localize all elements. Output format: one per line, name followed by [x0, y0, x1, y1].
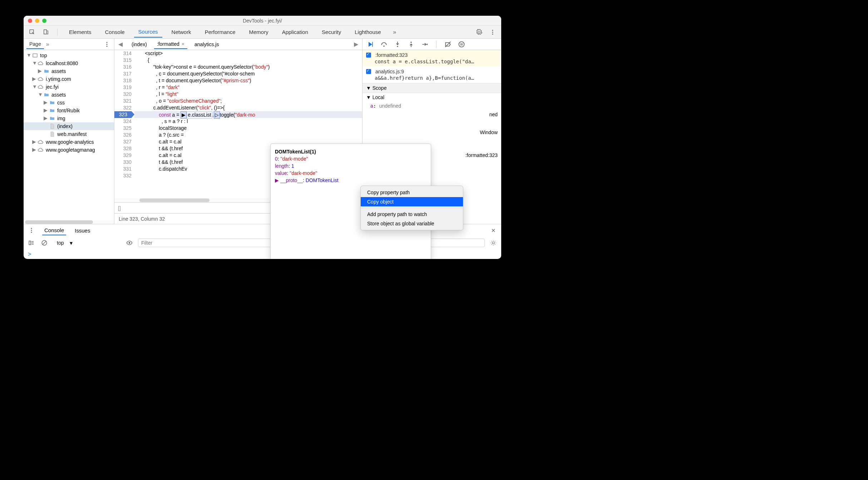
file-tab-analytics[interactable]: analytics.js: [192, 40, 222, 49]
line-gutter[interactable]: 3143153163173183193203213223233243253263…: [114, 50, 134, 198]
drawer-kebab-icon[interactable]: [27, 226, 36, 235]
tree-twisty[interactable]: ▶: [32, 147, 36, 152]
tree-twisty[interactable]: ▼: [32, 60, 36, 66]
tree-twisty[interactable]: ▶: [32, 139, 36, 145]
tab-console[interactable]: Console: [101, 27, 129, 37]
local-header[interactable]: ▼ Local: [363, 93, 501, 102]
settings-icon[interactable]: [475, 28, 483, 36]
maximize-window-button[interactable]: [42, 19, 46, 23]
breakpoint-label: analytics.js:9: [375, 69, 404, 74]
tooltip-row[interactable]: value: "dark-mode": [275, 170, 426, 177]
tree-twisty[interactable]: ▶: [32, 76, 36, 82]
tree-twisty[interactable]: ▶: [44, 107, 47, 113]
more-tabs-icon[interactable]: »: [390, 28, 399, 36]
local-var-row[interactable]: a: undefined: [363, 102, 501, 110]
tooltip-row[interactable]: ▶ __proto__: DOMTokenList: [275, 177, 426, 184]
file-tab-formatted[interactable]: :formatted×: [154, 40, 187, 49]
tab-security[interactable]: Security: [317, 27, 345, 37]
device-toolbar-icon[interactable]: [41, 28, 50, 36]
window-row: Window: [363, 119, 501, 137]
tree-row[interactable]: ▼top: [24, 52, 114, 59]
file-tab-index[interactable]: (index): [129, 40, 150, 49]
tree-label: www.google-analytics: [46, 139, 94, 145]
inspect-icon[interactable]: [28, 28, 36, 36]
svg-point-18: [31, 232, 32, 233]
var-name: a: [370, 103, 373, 109]
console-settings-icon[interactable]: [489, 239, 498, 247]
scope-header[interactable]: ▼ Scope: [363, 83, 501, 93]
devtools-window: DevTools - jec.fyi/ Elements Console Sou…: [24, 16, 501, 259]
close-window-button[interactable]: [28, 19, 32, 23]
tooltip-header: DOMTokenList(1): [275, 148, 426, 155]
resume-icon[interactable]: [366, 40, 375, 49]
pause-exceptions-icon[interactable]: [457, 40, 466, 49]
context-label: top: [53, 239, 68, 247]
svg-point-8: [383, 45, 384, 46]
kebab-menu-icon[interactable]: [488, 28, 497, 36]
context-menu-item[interactable]: Store object as global variable: [361, 219, 463, 228]
tab-lighthouse[interactable]: Lighthouse: [350, 27, 385, 37]
tab-performance[interactable]: Performance: [201, 27, 240, 37]
tree-twisty[interactable]: ▼: [38, 92, 41, 97]
tree-row[interactable]: ▶assets: [24, 67, 114, 75]
var-fragment: ned: [489, 112, 498, 117]
breakpoint-checkbox[interactable]: [366, 53, 371, 58]
tree-row[interactable]: web.manifest: [24, 130, 114, 138]
tree-row[interactable]: ▼assets: [24, 91, 114, 99]
tree-row[interactable]: (index): [24, 122, 114, 130]
breakpoint-checkbox[interactable]: [366, 69, 371, 74]
drawer-tab-issues[interactable]: Issues: [73, 226, 92, 235]
step-icon[interactable]: [420, 40, 429, 49]
file-tree[interactable]: ▼top▼localhost:8080▶assets▶i.ytimg.com▼j…: [24, 50, 114, 220]
context-menu-item[interactable]: Copy property path: [361, 188, 463, 197]
sidebar-more-icon[interactable]: »: [46, 41, 49, 48]
debugger-toolbar: [363, 39, 501, 50]
callframe-file: :formatted:323: [465, 152, 498, 158]
tree-row[interactable]: ▼jec.fyi: [24, 83, 114, 91]
tree-row[interactable]: ▼localhost:8080: [24, 59, 114, 67]
tree-twisty[interactable]: ▼: [32, 84, 36, 89]
tree-row[interactable]: ▶img: [24, 114, 114, 122]
deactivate-breakpoints-icon[interactable]: [444, 40, 452, 49]
sidebar-hscroll[interactable]: [24, 220, 114, 224]
tree-twisty[interactable]: ▶: [44, 115, 47, 121]
tab-sources[interactable]: Sources: [134, 26, 162, 38]
tree-twisty[interactable]: ▶: [44, 99, 47, 105]
context-selector[interactable]: top ▾: [53, 239, 121, 247]
tree-label: jec.fyi: [46, 84, 59, 90]
drawer-tab-console[interactable]: Console: [42, 226, 66, 235]
tree-row[interactable]: ▶css: [24, 99, 114, 107]
tab-nav-prev-icon[interactable]: ◀: [117, 41, 124, 48]
svg-point-10: [410, 41, 411, 43]
close-drawer-icon[interactable]: ×: [489, 225, 498, 236]
page-tab[interactable]: Page: [26, 40, 44, 49]
step-into-icon[interactable]: [393, 40, 402, 49]
sidebar-kebab-icon[interactable]: [103, 40, 111, 49]
breakpoint-item[interactable]: :formatted:323 const a = e.classList.tog…: [363, 50, 501, 67]
clear-console-icon[interactable]: [40, 239, 49, 247]
tab-network[interactable]: Network: [167, 27, 196, 37]
step-out-icon[interactable]: [407, 40, 415, 49]
step-over-icon[interactable]: [380, 40, 388, 49]
file-tab-label: analytics.js: [194, 41, 219, 47]
breakpoint-item[interactable]: analytics.js:9 a&&a.href}return a},B=fun…: [363, 67, 501, 83]
live-expression-icon[interactable]: [125, 239, 134, 247]
tooltip-row[interactable]: 0: "dark-mode": [275, 155, 426, 162]
tab-application[interactable]: Application: [278, 27, 312, 37]
tree-row[interactable]: ▶www.google-analytics: [24, 138, 114, 146]
tooltip-row[interactable]: length: 1: [275, 162, 426, 170]
context-menu-item[interactable]: Add property path to watch: [361, 210, 463, 219]
minimize-window-button[interactable]: [35, 19, 39, 23]
tree-row[interactable]: ▶www.googletagmanag: [24, 146, 114, 154]
svg-point-1: [492, 31, 493, 33]
tab-elements[interactable]: Elements: [65, 27, 96, 37]
close-tab-icon[interactable]: ×: [182, 41, 184, 47]
tree-row[interactable]: ▶font/Rubik: [24, 107, 114, 114]
console-sidebar-icon[interactable]: [27, 239, 36, 247]
tab-nav-next-icon[interactable]: ▶: [352, 41, 360, 48]
tree-row[interactable]: ▶i.ytimg.com: [24, 75, 114, 83]
tab-memory[interactable]: Memory: [245, 27, 273, 37]
context-menu-item[interactable]: Copy object: [361, 197, 463, 206]
tree-twisty[interactable]: ▶: [38, 68, 41, 74]
tree-twisty[interactable]: ▼: [26, 52, 30, 58]
